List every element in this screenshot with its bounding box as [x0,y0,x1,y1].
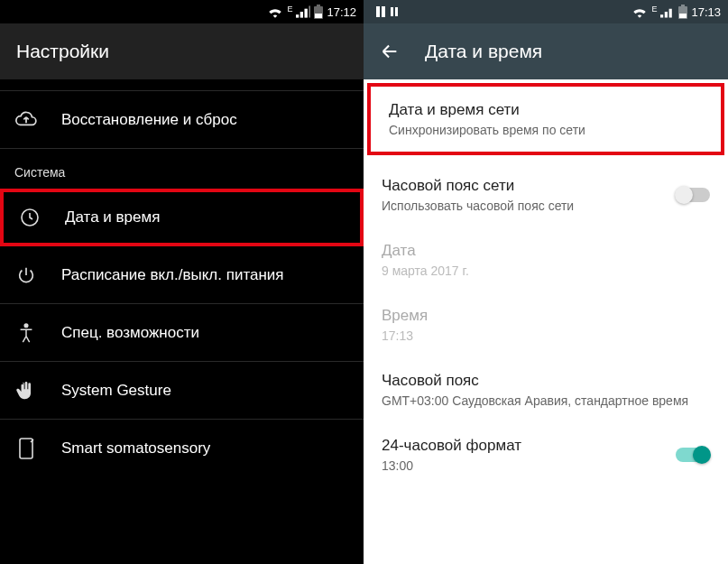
settings-item-accessibility[interactable]: Спец. возможности [0,304,364,362]
setting-subtitle: Использовать часовой пояс сети [382,199,663,213]
battery-icon [678,5,687,19]
setting-title: Часовой пояс сети [382,177,663,195]
page-title: Дата и время [425,41,542,62]
svg-rect-4 [376,6,380,17]
svg-rect-7 [395,7,398,16]
music-icon [389,5,400,18]
svg-rect-8 [679,14,687,18]
setting-network-timezone[interactable]: Часовой пояс сети Использовать часовой п… [364,162,728,227]
setting-subtitle: 13:00 [382,458,663,473]
signal-icon [660,5,675,18]
clock-time: 17:13 [691,5,721,19]
settings-item-power-schedule[interactable]: Расписание вкл./выкл. питания [0,246,364,304]
setting-subtitle: 9 марта 2017 г. [382,264,710,278]
setting-subtitle: 17:13 [382,328,710,343]
hand-icon [14,380,38,402]
wifi-icon [631,5,648,18]
setting-24h-format[interactable]: 24-часовой формат 13:00 [364,422,728,487]
page-title: Настройки [16,41,109,62]
setting-date: Дата 9 марта 2017 г. [364,227,728,292]
cloud-upload-icon [14,110,38,130]
svg-rect-6 [391,7,393,16]
setting-timezone[interactable]: Часовой пояс GMT+03:00 Саудовская Аравия… [364,357,728,422]
app-bar: Настройки [0,23,364,79]
datetime-screen: E 17:13 Дата и время Дата и время сети С… [364,0,728,564]
setting-title: Время [382,307,710,325]
settings-item-somatosensory[interactable]: Smart somatosensory [0,420,364,477]
clock-time: 17:12 [327,5,356,19]
wifi-icon [267,5,283,18]
back-button[interactable] [380,42,400,61]
settings-item-label: Дата и время [65,208,160,227]
toggle-switch[interactable] [676,448,710,462]
settings-item-label: Smart somatosensory [61,439,210,458]
power-icon [14,265,38,285]
toggle-switch[interactable] [676,188,710,202]
setting-title: Дата [382,242,710,260]
svg-rect-0 [315,14,322,18]
battery-icon [314,5,323,19]
setting-title: 24-часовой формат [382,437,663,455]
setting-subtitle: GMT+03:00 Саудовская Аравия, стандартное… [382,393,710,408]
settings-item-backup-reset[interactable]: Восстановление и сброс [0,91,364,149]
setting-title: Дата и время сети [389,101,703,119]
section-header-system: Система [0,149,364,189]
svg-rect-5 [382,6,385,17]
pause-icon [374,5,387,18]
settings-item-system-gesture[interactable]: System Gesture [0,362,364,420]
signal-icon [296,5,310,18]
settings-item-label: Восстановление и сброс [61,111,237,129]
settings-item-label: Расписание вкл./выкл. питания [61,266,284,284]
status-bar: E 17:13 [364,0,728,23]
network-type: E [651,5,657,14]
settings-item-label: Спец. возможности [61,324,199,342]
network-type: E [287,5,292,14]
settings-item-label: System Gesture [61,382,171,400]
device-icon [14,437,38,460]
svg-point-2 [24,323,28,327]
settings-item-date-time[interactable]: Дата и время [0,189,364,246]
status-bar: E 17:12 [0,0,364,23]
setting-subtitle: Синхронизировать время по сети [389,123,703,137]
accessibility-icon [14,322,38,344]
clock-icon [18,207,41,228]
setting-network-time[interactable]: Дата и время сети Синхронизировать время… [367,83,724,155]
app-bar: Дата и время [364,23,728,79]
setting-title: Часовой пояс [382,372,710,390]
setting-time: Время 17:13 [364,292,728,357]
settings-screen: E 17:12 Настройки Восстановление и сброс… [0,0,364,564]
